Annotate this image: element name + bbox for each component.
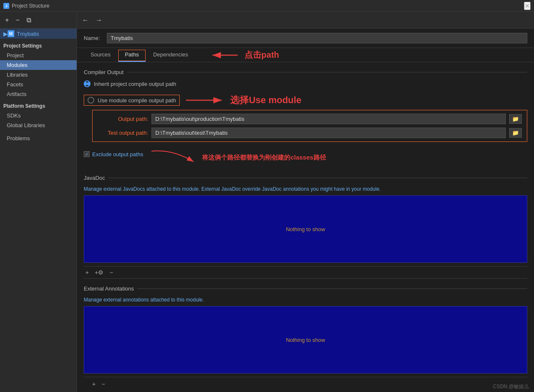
tab-annotation-text: 点击path <box>244 49 279 61</box>
paths-box: Output path: 📁 Test output path: 📁 <box>92 110 527 142</box>
radio-inherit[interactable]: Inherit project compile output path <box>84 80 527 87</box>
paths-annotation-arrow <box>147 147 198 168</box>
main-layout: + − ⧉ ▶ M Tmybatis Project Settings Proj… <box>0 12 534 392</box>
test-output-path-row: Test output path: 📁 <box>98 128 522 138</box>
external-annotations-header: External Annotations <box>84 285 527 292</box>
red-arrow-svg <box>208 49 242 61</box>
sidebar-item-facets[interactable]: Facets <box>0 80 77 89</box>
module-item-tmybatis[interactable]: ▶ M Tmybatis <box>0 29 77 39</box>
modules-label: Modules <box>7 62 27 68</box>
tabs-row: Sources Paths Dependencies <box>77 48 534 62</box>
project-label: Project <box>7 52 24 59</box>
inherit-label: Inherit project compile output path <box>94 81 176 87</box>
csdn-watermark: CSDN @敏姐儿 <box>493 383 529 390</box>
paths-annotation-text: 将这俩个路径都替换为刚创建的classes路径 <box>202 154 326 162</box>
sidebar-toolbar: + − ⧉ <box>0 12 77 29</box>
sidebar-item-global-libraries[interactable]: Global Libraries <box>0 120 77 130</box>
sidebar: + − ⧉ ▶ M Tmybatis Project Settings Proj… <box>0 12 77 392</box>
title-bar-left: J Project Structure <box>3 3 49 9</box>
external-annotations-empty-text: Nothing to show <box>286 337 325 343</box>
content-toolbar: ← → <box>77 12 534 29</box>
sidebar-item-sdks[interactable]: SDKs <box>0 111 77 120</box>
sidebar-item-artifacts[interactable]: Artifacts <box>0 89 77 99</box>
javadoc-header: JavaDoc <box>84 175 527 181</box>
use-module-arrow-svg <box>184 94 226 107</box>
problems-label: Problems <box>7 135 30 141</box>
app-icon: J <box>3 3 9 9</box>
exclude-checkbox: ✓ <box>84 151 90 157</box>
content-area: ← → Name: Sources Paths Dependencies <box>77 12 534 392</box>
exclude-checkbox-option[interactable]: ✓ Exclude output paths <box>84 151 143 157</box>
name-label: Name: <box>84 35 103 41</box>
libraries-label: Libraries <box>7 72 28 78</box>
remove-button[interactable]: − <box>14 16 21 25</box>
sdks-label: SDKs <box>7 112 21 119</box>
ext-add-button[interactable]: + <box>90 380 97 388</box>
tab-sources[interactable]: Sources <box>84 48 117 62</box>
test-output-path-browse[interactable]: 📁 <box>509 128 522 138</box>
ext-remove-button[interactable]: − <box>100 380 106 388</box>
content-body[interactable]: Compiler Output Inherit project compile … <box>77 62 534 392</box>
artifacts-label: Artifacts <box>7 91 27 97</box>
sidebar-item-problems[interactable]: Problems <box>0 133 77 143</box>
copy-button[interactable]: ⧉ <box>25 16 33 25</box>
tab-dependencies[interactable]: Dependencies <box>146 48 195 62</box>
use-module-annotation: 选择Use module <box>230 94 301 107</box>
facets-label: Facets <box>7 81 23 88</box>
name-input[interactable] <box>107 33 527 43</box>
radio-use-module[interactable]: Use module compile output path <box>84 95 180 106</box>
project-settings-label: Project Settings <box>0 39 77 51</box>
javadoc-remove-button[interactable]: − <box>108 268 114 277</box>
use-module-label: Use module compile output path <box>98 97 176 104</box>
use-module-row: Use module compile output path 选择Use mod… <box>84 94 527 107</box>
exclude-row: ✓ Exclude output paths 将这俩个路径都替换为刚创建的cla… <box>84 147 527 168</box>
javadoc-list-toolbar: + +⚙ − <box>84 266 527 279</box>
javadoc-description: Manage external JavaDocs attached to thi… <box>84 186 527 192</box>
javadoc-add-button[interactable]: + <box>84 268 90 277</box>
sidebar-item-modules[interactable]: Modules <box>0 60 77 70</box>
title-bar: J Project Structure ✕ <box>0 0 534 12</box>
window-title: Project Structure <box>12 3 49 9</box>
name-row: Name: <box>77 29 534 48</box>
exclude-label: Exclude output paths <box>92 151 143 157</box>
arrow-icon: ▶ <box>3 31 8 37</box>
test-output-path-input[interactable] <box>151 128 506 138</box>
radio-use-module-circle <box>88 97 94 104</box>
external-annotations-empty-list: Nothing to show <box>84 306 527 373</box>
external-annotations-toolbar: + − <box>84 377 527 391</box>
platform-settings-label: Platform Settings <box>0 99 77 111</box>
output-path-label: Output path: <box>98 116 148 122</box>
javadoc-add-special-button[interactable]: +⚙ <box>93 268 105 277</box>
output-path-input[interactable] <box>151 114 506 124</box>
tab-paths[interactable]: Paths <box>118 48 146 62</box>
close-button[interactable]: ✕ <box>524 2 531 10</box>
radio-group: Inherit project compile output path <box>84 80 527 87</box>
sidebar-item-project[interactable]: Project <box>0 51 77 60</box>
external-annotations-description: Manage external annotations attached to … <box>84 297 527 303</box>
output-path-row: Output path: 📁 <box>98 114 522 124</box>
output-path-browse[interactable]: 📁 <box>509 114 522 124</box>
javadoc-empty-list: Nothing to show <box>84 195 527 263</box>
tab-annotation-area: 点击path <box>208 49 279 61</box>
javadoc-empty-text: Nothing to show <box>286 226 325 232</box>
sidebar-item-libraries[interactable]: Libraries <box>0 70 77 80</box>
test-output-path-label: Test output path: <box>98 130 148 136</box>
module-icon: M <box>8 30 14 37</box>
forward-button[interactable]: → <box>94 16 104 25</box>
global-libraries-label: Global Libraries <box>7 122 45 128</box>
compiler-output-header: Compiler Output <box>84 69 527 75</box>
add-button[interactable]: + <box>3 16 11 25</box>
module-name: Tmybatis <box>17 31 39 37</box>
back-button[interactable]: ← <box>80 16 90 25</box>
radio-inherit-circle <box>84 80 90 87</box>
